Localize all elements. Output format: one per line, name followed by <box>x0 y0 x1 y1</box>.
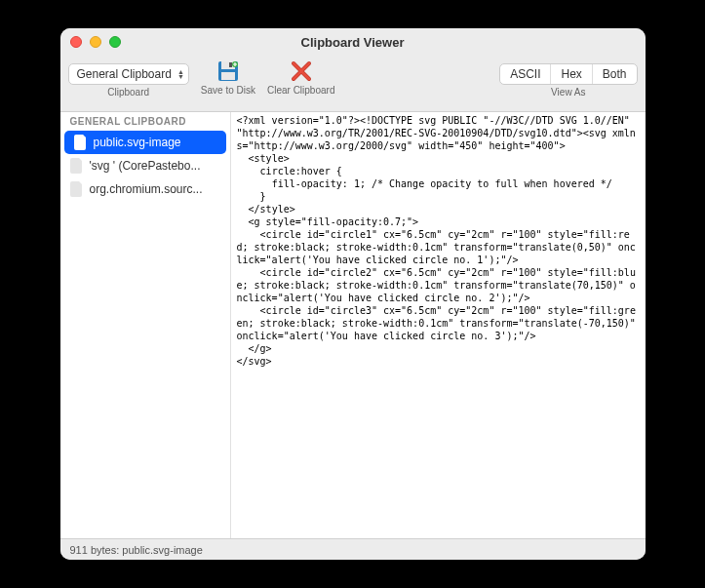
svg-rect-2 <box>229 62 232 67</box>
window-title: Clipboard Viewer <box>301 35 405 50</box>
save-section: Save to Disk <box>201 59 255 96</box>
viewas-ascii-button[interactable]: ASCII <box>500 64 551 84</box>
svg-rect-3 <box>221 72 235 80</box>
sidebar-item-chromium-source[interactable]: org.chromium.sourc... <box>60 177 230 201</box>
statusbar-text: 911 bytes: public.svg-image <box>70 544 203 556</box>
clear-section: Clear Clipboard <box>267 59 334 96</box>
viewas-hex-button[interactable]: Hex <box>551 64 592 84</box>
traffic-lights <box>70 36 121 48</box>
clipboard-dropdown[interactable]: General Clipboard ▲▼ <box>68 63 189 85</box>
viewas-section: ASCII Hex Both View As <box>499 58 637 98</box>
statusbar: 911 bytes: public.svg-image <box>60 538 646 560</box>
titlebar: Clipboard Viewer <box>60 28 646 56</box>
clipboard-label: Clipboard <box>107 87 149 98</box>
save-button[interactable] <box>210 59 247 83</box>
window: Clipboard Viewer General Clipboard ▲▼ Cl… <box>60 28 646 560</box>
sidebar-item-label: 'svg ' (CorePastebo... <box>90 159 201 173</box>
sidebar: GENERAL CLIPBOARD public.svg-image 'svg … <box>60 112 231 538</box>
floppy-disk-icon <box>215 59 241 84</box>
maximize-button[interactable] <box>109 36 121 48</box>
minimize-button[interactable] <box>90 36 101 48</box>
file-icon <box>74 135 88 150</box>
clear-button[interactable] <box>283 59 320 83</box>
x-icon <box>289 59 314 84</box>
viewas-segmented: ASCII Hex Both <box>499 63 637 85</box>
content-view[interactable]: <?xml version="1.0"?><!DOCTYPE svg PUBLI… <box>231 112 646 538</box>
file-icon <box>70 158 84 174</box>
content-area: GENERAL CLIPBOARD public.svg-image 'svg … <box>60 112 646 538</box>
sidebar-item-label: org.chromium.sourc... <box>90 182 203 196</box>
save-label: Save to Disk <box>201 85 255 96</box>
file-icon <box>70 181 84 197</box>
clipboard-section: General Clipboard ▲▼ Clipboard <box>68 58 189 98</box>
close-button[interactable] <box>70 36 82 48</box>
clear-label: Clear Clipboard <box>267 85 334 96</box>
sidebar-item-public-svg[interactable]: public.svg-image <box>64 131 226 154</box>
sidebar-header: GENERAL CLIPBOARD <box>60 112 230 131</box>
clipboard-dropdown-label: General Clipboard <box>77 67 172 81</box>
viewas-label: View As <box>551 87 585 98</box>
viewas-both-button[interactable]: Both <box>593 64 637 84</box>
updown-icon: ▲▼ <box>177 69 184 79</box>
sidebar-item-svg-corepasteboard[interactable]: 'svg ' (CorePastebo... <box>60 154 230 177</box>
toolbar: General Clipboard ▲▼ Clipboard Save to D… <box>60 56 646 112</box>
sidebar-item-label: public.svg-image <box>94 136 181 149</box>
